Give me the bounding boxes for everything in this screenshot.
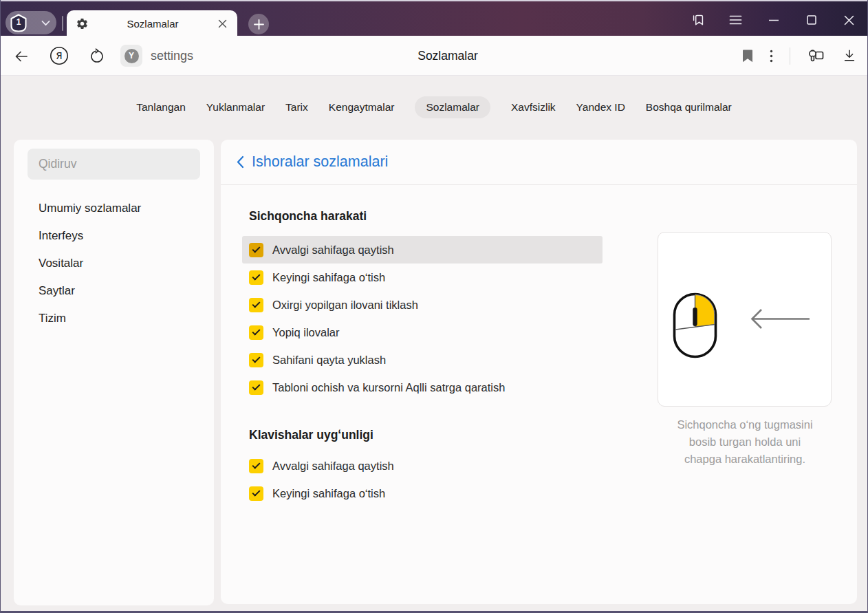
sidebar-item-interfeys[interactable]: Interfeys	[14, 222, 214, 250]
gesture-label: Sahifani qayta yuklash	[272, 354, 386, 367]
caption-line: bosib turgan holda uni	[653, 433, 837, 451]
gesture-row-open-tableau[interactable]: Tabloni ochish va kursorni Aqlli satrga …	[242, 374, 603, 401]
checkbox-checked	[249, 486, 263, 501]
gesture-label: Keyingi sahifaga oʻtish	[272, 487, 385, 500]
mouse-gesture-illustration-icon	[658, 233, 831, 406]
checkbox-checked	[249, 270, 263, 285]
titlebar: 1 Sozlamalar	[0, 0, 868, 36]
mouse-gestures-heading: Sichqoncha harakati	[249, 207, 857, 225]
back-header[interactable]: Ishoralar sozlamalari	[221, 140, 857, 185]
tab-count-badge: 1	[10, 14, 28, 32]
password-manager-button[interactable]	[807, 47, 825, 64]
checkmark-icon	[252, 300, 260, 308]
close-icon	[844, 15, 854, 25]
caption-line: chapga harakatlantiring.	[653, 451, 837, 468]
gesture-label: Oxirgi yopilgan ilovani tiklash	[272, 299, 418, 312]
nav-tab-kengaytmalar[interactable]: Kengaytmalar	[329, 96, 395, 118]
gesture-row-back[interactable]: Avvalgi sahifaga qaytish	[242, 236, 603, 264]
gesture-label: Keyingi sahifaga oʻtish	[272, 271, 385, 284]
menu-button[interactable]	[717, 3, 755, 37]
refresh-button[interactable]	[88, 47, 106, 65]
checkmark-icon	[252, 488, 260, 497]
tab-close-icon[interactable]	[217, 18, 228, 30]
gesture-label: Avvalgi sahifaga qaytish	[272, 244, 394, 257]
checkbox-checked	[249, 243, 263, 257]
checkmark-icon	[252, 245, 260, 253]
checkbox-checked	[249, 353, 263, 367]
checkmark-icon	[252, 383, 260, 391]
gesture-row-closed-tabs[interactable]: Yopiq ilovalar	[242, 319, 603, 346]
gear-icon	[76, 17, 89, 30]
maximize-button[interactable]	[792, 3, 830, 37]
window-controls	[679, 3, 868, 37]
checkbox-checked	[249, 459, 263, 473]
checkmark-icon	[252, 272, 260, 281]
chevron-down-icon	[41, 19, 50, 27]
downloads-button[interactable]	[842, 48, 857, 63]
new-tab-button[interactable]	[248, 14, 269, 34]
plus-icon	[254, 19, 264, 30]
titlebar-divider	[62, 16, 63, 31]
chevron-left-icon	[237, 155, 244, 169]
nav-tab-tanlangan[interactable]: Tanlangan	[136, 96, 186, 118]
nav-tab-xavfsizlik[interactable]: Xavfsizlik	[511, 96, 556, 118]
sidebar-bookmark-icon	[691, 12, 706, 28]
search-input[interactable]	[28, 149, 200, 180]
checkmark-icon	[252, 461, 260, 469]
nav-tab-tarix[interactable]: Tarix	[285, 96, 308, 118]
yandex-logo-icon: Я	[50, 46, 69, 65]
gesture-caption: Sichqoncha oʻng tugmasini bosib turgan h…	[653, 416, 837, 468]
settings-content: Sichqoncha harakati Avvalgi sahifaga qay…	[221, 185, 857, 507]
tab-groups-button[interactable]: 1	[6, 11, 56, 34]
caption-line: Sichqoncha oʻng tugmasini	[653, 416, 837, 433]
nav-tab-sozlamalar[interactable]: Sozlamalar	[415, 96, 490, 118]
section-title: Ishoralar sozlamalari	[252, 153, 388, 171]
minimize-icon	[769, 19, 779, 21]
sidebar-item-tizim[interactable]: Tizim	[14, 305, 214, 332]
sidebar-item-vositalar[interactable]: Vositalar	[14, 250, 214, 277]
checkbox-checked	[249, 298, 263, 312]
sidebar-item-umumiy-sozlamalar[interactable]: Umumiy sozlamalar	[14, 195, 214, 222]
back-button[interactable]	[12, 47, 30, 65]
side-panel-button[interactable]	[679, 3, 717, 37]
maximize-icon	[807, 15, 816, 25]
download-icon	[842, 48, 857, 63]
hamburger-icon	[729, 14, 742, 25]
kebab-icon	[770, 50, 773, 63]
site-favicon: Y	[124, 49, 139, 63]
settings-sidebar: Umumiy sozlamalar Interfeys Vositalar Sa…	[14, 140, 214, 605]
close-window-button[interactable]	[830, 3, 868, 37]
checkmark-icon	[252, 327, 260, 336]
settings-nav: Tanlangan Yuklanmalar Tarix Kengaytmalar…	[0, 95, 868, 120]
toolbar-actions	[742, 36, 868, 76]
gesture-label: Tabloni ochish va kursorni Aqlli satrga …	[272, 381, 505, 394]
gesture-label: Yopiq ilovalar	[272, 326, 340, 339]
site-info-button[interactable]: Y	[120, 45, 142, 67]
browser-window: 1 Sozlamalar	[0, 0, 868, 613]
nav-tab-yuklanmalar[interactable]: Yuklanmalar	[206, 96, 265, 118]
arrow-left-icon	[13, 48, 30, 65]
gesture-row-forward[interactable]: Keyingi sahifaga oʻtish	[242, 264, 603, 291]
browser-tab-settings[interactable]: Sozlamalar	[67, 10, 237, 37]
bookmark-button[interactable]	[742, 50, 753, 63]
gesture-illustration-card	[658, 232, 832, 407]
gesture-row-restore-tab[interactable]: Oxirgi yopilgan ilovani tiklash	[242, 291, 603, 319]
nav-tab-yandex-id[interactable]: Yandex ID	[576, 96, 625, 118]
yandex-logo-button[interactable]: Я	[50, 46, 69, 65]
keycombo-row-back[interactable]: Avvalgi sahifaga qaytish	[242, 452, 603, 480]
svg-text:Я: Я	[56, 50, 62, 61]
nav-tab-boshqa-qurilmalar[interactable]: Boshqa qurilmalar	[646, 96, 732, 118]
keycombo-row-forward[interactable]: Keyingi sahifaga oʻtish	[242, 480, 603, 507]
checkbox-checked	[249, 325, 263, 340]
sidebar-items: Umumiy sozlamalar Interfeys Vositalar Sa…	[14, 195, 214, 332]
gesture-row-reload[interactable]: Sahifani qayta yuklash	[242, 346, 603, 374]
tab-count: 1	[10, 14, 28, 32]
tab-title: Sozlamalar	[89, 18, 217, 30]
toolbar: Я Y settings Sozlamalar	[0, 36, 868, 76]
sidebar-item-saytlar[interactable]: Saytlar	[14, 277, 214, 305]
refresh-icon	[89, 48, 105, 65]
minimize-button[interactable]	[755, 3, 792, 37]
more-options-button[interactable]	[770, 50, 773, 63]
toolbar-separator	[790, 47, 790, 65]
address-bar[interactable]: settings	[151, 36, 193, 76]
